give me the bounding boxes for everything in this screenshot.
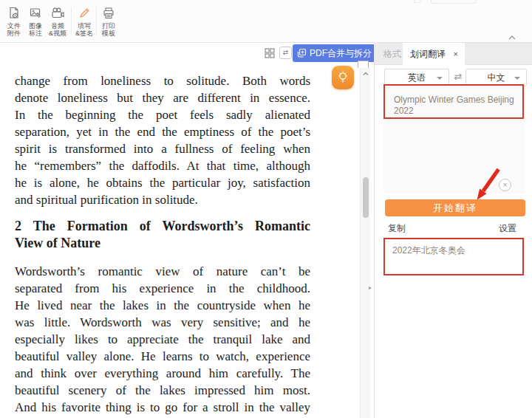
source-language-select[interactable]: 英语 [384,69,449,86]
toolbar-remnant [414,0,421,3]
doc-line: denote loneliness but they are different… [15,89,310,106]
doc-line: he is alone, he obtains the particular j… [15,174,310,191]
close-icon[interactable]: × [454,43,458,65]
toolbar-item-label: 音频&视频 [45,22,70,37]
swap-languages-icon[interactable]: ⇄ [452,71,464,82]
copy-button[interactable]: 复制 [388,222,406,235]
doc-line: And his favorite thing is to go for a st… [15,399,310,416]
chevron-down-icon [437,77,443,80]
source-language-value: 英语 [408,72,426,83]
grid-view-icon[interactable] [264,47,276,59]
toolbar-item-image-annotation[interactable]: 图像标注 [23,6,48,37]
doc-heading-line: View of Nature [15,235,310,252]
translation-source-text: Olympic Winter Games Beijing 2022 [394,95,519,117]
doc-line: and spiritual purification in solitude. [15,191,310,208]
settings-button[interactable]: 设置 [499,222,516,235]
tab-translate-label: 划词翻译 [410,49,446,59]
merge-split-icon [296,47,307,59]
merge-split-label: PDF合并与拆分 [310,44,372,62]
doc-line: separated from his experience in the chi… [15,280,310,297]
page-swap-icon[interactable]: ⇄ [279,47,292,59]
clear-input-icon[interactable]: × [499,179,511,191]
toolbar-item-label: 打印模板 [96,22,121,37]
lightbulb-icon [335,69,350,86]
zoom-slider-remnant [431,0,477,4]
doc-line: especially likes to appreciate the tranq… [15,331,310,348]
doc-line: beautiful scenery of the lakes impressed… [15,382,310,399]
toolbar-item-audio-video[interactable]: 音频&视频 [45,6,70,37]
translation-panel: 格式 划词翻译 × 英语 ⇄ 中文 Olympic Winter Games B… [374,43,532,418]
doc-line: he “remembers” the daffodils. At that ti… [15,157,310,174]
lightbulb-tip-button[interactable] [332,66,354,89]
image-annotation-icon [23,6,48,21]
scrollbar-up-arrow-icon[interactable] [362,70,369,78]
print-template-icon [96,6,121,21]
tab-translate[interactable]: 划词翻译 × [403,43,465,65]
top-toolbar: 文件附件 图像标注 音频&视频 [0,0,532,43]
doc-line: In the beginning the poet feels sadly al… [15,106,310,123]
doc-line: change from loneliness to solitude. Both… [15,72,310,89]
doc-line: separation, yet in the end the emptiness… [15,123,310,140]
panel-tab-bar: 格式 划词翻译 × [375,43,532,65]
doc-heading-line: 2 The Formation of Wordsworth’s Romantic [15,218,310,235]
toolbar-item-label: 填写&签名 [72,22,97,37]
vertical-scrollbar[interactable] [360,68,370,418]
doc-line: was little. Wordsworth was very sensitiv… [15,314,310,331]
doc-line: beautiful valley alone. He learns to wat… [15,348,310,365]
chevron-down-icon [514,77,520,80]
translation-result-text: 2022年北京冬奥会 [392,244,516,257]
target-language-value: 中文 [488,72,505,83]
fill-sign-icon [72,6,97,21]
clipped-icon-remnant [358,61,369,68]
pdf-merge-split-button[interactable]: PDF合并与拆分 [293,44,374,62]
doc-line: and think over everything around him car… [15,365,310,382]
toolbar-item-label: 图像标注 [23,22,48,37]
scrollbar-thumb[interactable] [363,177,369,218]
chevron-up-icon[interactable] [507,34,517,41]
doc-line: Wordsworth’s romantic view of nature can… [15,263,310,280]
document-page-text: change from loneliness to solitude. Both… [15,72,310,418]
doc-line: spirit is transformed into a fullness of… [15,140,310,157]
target-language-select[interactable]: 中文 [466,69,527,86]
audio-video-icon [45,6,70,21]
toolbar-item-fill-sign[interactable]: 填写&签名 [72,6,97,37]
toolbar-item-print-template[interactable]: 打印模板 [96,6,121,37]
document-viewport: ⇄ PDF合并与拆分 change from loneliness to sol… [0,43,374,418]
doc-line: He lived near the lakes in the countrysi… [15,297,310,314]
start-translate-button[interactable]: 开始翻译 [385,199,525,216]
